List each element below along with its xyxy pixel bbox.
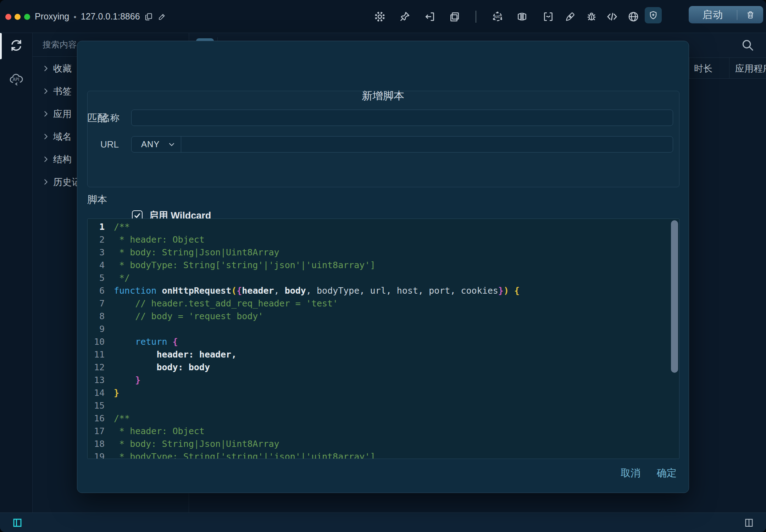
code-text: header: header, xyxy=(114,348,237,361)
proxy-address: 127.0.0.1:8866 xyxy=(81,11,140,22)
code-line[interactable]: 15 xyxy=(88,399,679,412)
code-text: } xyxy=(114,387,119,399)
search-icon[interactable] xyxy=(740,38,755,52)
chevron-down-icon xyxy=(167,140,176,149)
url-field-group: ANY xyxy=(131,136,673,153)
line-number: 9 xyxy=(88,323,105,336)
column-divider xyxy=(729,58,729,78)
chevron-right-icon[interactable] xyxy=(42,65,50,72)
code-line[interactable]: 4 * bodyType: String['string'|'json'|'ui… xyxy=(88,259,679,272)
maximize-window-button[interactable] xyxy=(24,14,30,20)
chevron-right-icon[interactable] xyxy=(42,178,50,186)
split-view-icon[interactable] xyxy=(744,518,754,529)
copy-address-icon[interactable] xyxy=(144,12,154,21)
pin-icon[interactable] xyxy=(398,10,411,23)
code-line[interactable]: 2 * header: Object xyxy=(88,233,679,246)
chevron-right-icon[interactable] xyxy=(42,155,50,163)
svg-text:API: API xyxy=(13,77,20,82)
start-button[interactable]: 启动 xyxy=(689,6,763,23)
code-line[interactable]: 10 return { xyxy=(88,336,679,348)
shield-plus-icon xyxy=(648,10,658,20)
code-line[interactable]: 14} xyxy=(88,387,679,399)
line-number: 14 xyxy=(88,387,105,399)
save-session-icon[interactable] xyxy=(542,10,555,23)
shield-install-button[interactable] xyxy=(645,7,662,23)
import-icon[interactable] xyxy=(423,10,436,23)
code-text: * body: String|Json|Uint8Array xyxy=(114,438,279,450)
nat-icon[interactable]: NAT xyxy=(491,10,504,23)
line-number: 3 xyxy=(88,246,105,259)
gear-icon[interactable] xyxy=(373,10,386,23)
api-cloud-icon[interactable]: API xyxy=(0,71,33,87)
minimize-window-button[interactable] xyxy=(15,14,21,20)
ok-button[interactable]: 确定 xyxy=(657,466,677,480)
code-text: * bodyType: String['string'|'json'|'uint… xyxy=(114,259,376,272)
line-number: 16 xyxy=(88,412,105,425)
trash-icon[interactable] xyxy=(737,10,763,20)
code-line[interactable]: 16/** xyxy=(88,412,679,425)
url-match-type-select[interactable]: ANY xyxy=(132,137,181,152)
app-window: Proxying ● 127.0.0.1:8866 xyxy=(0,0,766,532)
code-text: function onHttpRequest({header, body, bo… xyxy=(114,284,520,297)
editor-scrollbar[interactable] xyxy=(671,220,678,373)
column-divider xyxy=(689,58,689,78)
code-line[interactable]: 8 // body = 'request body' xyxy=(88,310,679,323)
bug-icon[interactable] xyxy=(585,10,598,23)
url-match-type-value: ANY xyxy=(141,139,160,149)
status-dot: ● xyxy=(73,14,76,20)
code-text: } xyxy=(114,374,140,387)
sidebar-item-label: 书签 xyxy=(53,85,72,98)
window-title-group: Proxying ● 127.0.0.1:8866 xyxy=(35,0,166,33)
code-line[interactable]: 5 */ xyxy=(88,272,679,284)
toggle-sidebar-icon[interactable] xyxy=(12,517,23,530)
code-text: * header: Object xyxy=(114,425,205,438)
start-button-label: 启动 xyxy=(689,8,737,22)
code-line[interactable]: 6function onHttpRequest({header, body, b… xyxy=(88,284,679,297)
globe-icon[interactable] xyxy=(627,10,640,23)
column-header-application[interactable]: 应用程序 xyxy=(735,58,766,79)
code-line[interactable]: 19 * bodyType: String['string'|'json'|'u… xyxy=(88,450,679,459)
code-line[interactable]: 3 * body: String|Json|Uint8Array xyxy=(88,246,679,259)
code-line[interactable]: 7 // header.test_add_req_header = 'test' xyxy=(88,297,679,310)
cancel-button[interactable]: 取消 xyxy=(621,466,640,480)
code-line[interactable]: 18 * body: String|Json|Uint8Array xyxy=(88,438,679,450)
name-input[interactable] xyxy=(131,110,673,126)
code-line[interactable]: 17 * header: Object xyxy=(88,425,679,438)
code-line[interactable]: 1/** xyxy=(88,221,679,233)
code-line[interactable]: 9 xyxy=(88,323,679,336)
title-bar: Proxying ● 127.0.0.1:8866 xyxy=(0,0,766,33)
code-text: // header.test_add_req_header = 'test' xyxy=(114,297,338,310)
code-text: return { xyxy=(114,336,178,348)
chevron-right-icon[interactable] xyxy=(42,110,50,118)
copy-windows-icon[interactable] xyxy=(448,10,461,23)
code-text: /** xyxy=(114,221,130,233)
code-line[interactable]: 13 } xyxy=(88,374,679,387)
line-number: 6 xyxy=(88,284,105,297)
pen-icon[interactable] xyxy=(564,10,577,23)
code-text: * header: Object xyxy=(114,233,205,246)
line-number: 17 xyxy=(88,425,105,438)
code-line[interactable]: 11 header: header, xyxy=(88,348,679,361)
chevron-right-icon[interactable] xyxy=(42,87,50,95)
code-text: * bodyType: String['string'|'json'|'uint… xyxy=(114,450,376,459)
code-line[interactable]: 12 body: body xyxy=(88,361,679,374)
code-icon[interactable] xyxy=(606,10,618,23)
code-text: * body: String|Json|Uint8Array xyxy=(114,246,279,259)
mirror-icon[interactable] xyxy=(516,10,528,23)
script-code-editor[interactable]: 1/**2 * header: Object3 * body: String|J… xyxy=(87,218,679,459)
match-section: 名称 URL ANY 启用 Wildcard xyxy=(87,91,679,187)
code-text: body: body xyxy=(114,361,210,374)
line-number: 15 xyxy=(88,399,105,412)
url-input[interactable] xyxy=(181,137,673,152)
close-window-button[interactable] xyxy=(5,14,11,20)
line-number: 7 xyxy=(88,297,105,310)
name-field-label: 名称 xyxy=(101,110,120,126)
edit-address-icon[interactable] xyxy=(158,12,166,21)
refresh-icon[interactable] xyxy=(0,38,33,53)
sidebar-item-label: 应用 xyxy=(53,108,72,120)
column-header-duration[interactable]: 时长 xyxy=(694,58,712,79)
code-text: // body = 'request body' xyxy=(114,310,263,323)
app-title: Proxying xyxy=(35,11,69,22)
line-number: 11 xyxy=(88,348,105,361)
chevron-right-icon[interactable] xyxy=(42,133,50,140)
